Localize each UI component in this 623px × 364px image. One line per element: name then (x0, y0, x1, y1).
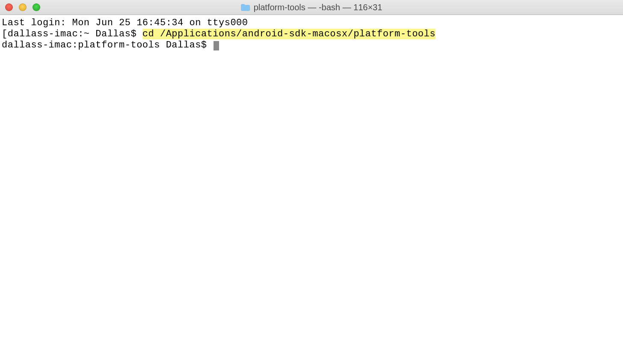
terminal-line: [dallass-imac:~ Dallas$ cd /Applications… (2, 29, 621, 40)
close-button[interactable] (5, 3, 13, 11)
cursor-icon (214, 41, 219, 50)
terminal-line: Last login: Mon Jun 25 16:45:34 on ttys0… (2, 18, 621, 29)
window-title-group: platform-tools — -bash — 116×31 (241, 3, 383, 12)
minimize-button[interactable] (19, 3, 27, 11)
window-title: platform-tools — -bash — 116×31 (254, 3, 383, 12)
folder-icon (241, 3, 250, 11)
prompt-text: [dallass-imac:~ Dallas$ (2, 29, 142, 39)
prompt-text: dallass-imac:platform-tools Dallas$ (2, 40, 213, 50)
window-titlebar: platform-tools — -bash — 116×31 (0, 0, 623, 15)
last-login-text: Last login: Mon Jun 25 16:45:34 on ttys0… (2, 18, 248, 28)
highlighted-command: cd /Applications/android-sdk-macosx/plat… (142, 29, 436, 39)
terminal-line: dallass-imac:platform-tools Dallas$ (2, 40, 621, 51)
terminal-content[interactable]: Last login: Mon Jun 25 16:45:34 on ttys0… (0, 15, 623, 53)
maximize-button[interactable] (33, 3, 40, 11)
traffic-lights (0, 3, 40, 11)
